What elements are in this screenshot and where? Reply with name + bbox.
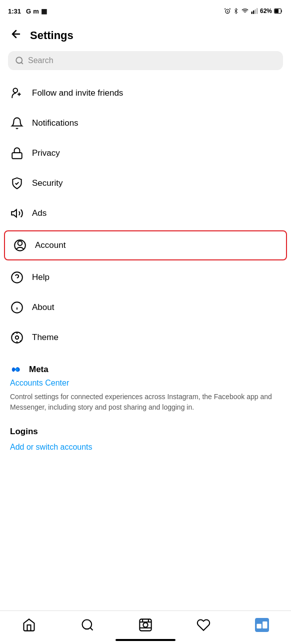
svg-point-7 <box>16 57 22 63</box>
alarm-icon <box>224 8 231 15</box>
meta-logo: Meta <box>10 365 281 375</box>
ads-label: Ads <box>32 208 46 218</box>
wifi-icon <box>241 8 249 15</box>
svg-point-21 <box>16 336 19 340</box>
home-indicator <box>116 639 176 641</box>
svg-rect-27 <box>140 619 151 630</box>
svg-point-8 <box>13 88 18 93</box>
security-icon <box>10 176 24 190</box>
meta-section: Meta Accounts Center Control settings fo… <box>0 357 291 427</box>
profile-nav-icon <box>255 618 269 632</box>
svg-rect-11 <box>12 153 22 159</box>
header: Settings <box>0 22 291 51</box>
add-switch-link[interactable]: Add or switch accounts <box>10 443 281 452</box>
theme-label: Theme <box>32 333 58 343</box>
help-icon <box>10 270 24 284</box>
time: 1:31 <box>8 8 21 15</box>
follow-icon <box>10 86 24 100</box>
help-label: Help <box>32 272 50 282</box>
nav-activity[interactable] <box>190 616 216 634</box>
svg-rect-4 <box>256 8 258 14</box>
bell-icon <box>10 116 24 130</box>
logins-section: Logins Add or switch accounts <box>0 427 291 452</box>
menu-item-help[interactable]: Help <box>0 262 291 292</box>
search-placeholder: Search <box>28 56 54 65</box>
svg-rect-3 <box>255 10 256 14</box>
status-right: 62% <box>224 8 283 15</box>
home-icon <box>22 618 36 632</box>
google-icon: G <box>26 8 31 15</box>
meta-text: Meta <box>29 365 48 375</box>
nav-reels[interactable] <box>132 616 158 634</box>
account-label: Account <box>35 240 66 250</box>
menu-item-account[interactable]: Account <box>4 230 287 260</box>
svg-point-28 <box>143 622 148 627</box>
svg-rect-34 <box>256 624 261 628</box>
account-icon <box>13 238 27 252</box>
gmail-icon: m <box>33 8 39 15</box>
menu-item-ads[interactable]: Ads <box>0 198 291 228</box>
nav-search[interactable] <box>74 616 100 634</box>
battery-icon <box>274 8 283 14</box>
search-nav-icon <box>80 618 94 632</box>
theme-icon <box>10 331 24 345</box>
search-bar[interactable]: Search <box>8 51 283 70</box>
signal-icon <box>251 8 258 15</box>
meta-description: Control settings for connected experienc… <box>10 392 281 413</box>
menu-item-privacy[interactable]: Privacy <box>0 138 291 168</box>
search-icon <box>15 56 24 65</box>
svg-rect-1 <box>252 12 252 14</box>
accounts-center-link[interactable]: Accounts Center <box>10 379 281 388</box>
nav-home[interactable] <box>16 616 42 634</box>
nav-profile[interactable] <box>249 616 275 634</box>
bluetooth-icon <box>233 8 239 15</box>
ads-icon <box>10 206 24 220</box>
search-container: Search <box>8 51 283 70</box>
privacy-icon <box>10 146 24 160</box>
menu-item-about[interactable]: About <box>0 292 291 323</box>
follow-label: Follow and invite friends <box>32 88 123 98</box>
about-label: About <box>32 302 54 312</box>
logins-title: Logins <box>10 427 281 437</box>
menu-item-follow[interactable]: Follow and invite friends <box>0 78 291 108</box>
calendar-icon: ▦ <box>41 8 47 15</box>
status-bar: 1:31 G m ▦ 62% <box>0 0 291 22</box>
about-icon <box>10 300 24 314</box>
menu-item-theme[interactable]: Theme <box>0 323 291 353</box>
status-left: 1:31 G m ▦ <box>8 8 47 15</box>
svg-rect-35 <box>262 621 267 628</box>
svg-point-26 <box>82 620 92 629</box>
battery-percent: 62% <box>260 8 272 15</box>
heart-icon <box>196 618 210 632</box>
page-title: Settings <box>30 29 74 42</box>
back-button[interactable] <box>8 26 24 45</box>
svg-marker-12 <box>12 209 16 217</box>
menu-item-security[interactable]: Security <box>0 168 291 198</box>
svg-point-15 <box>12 272 22 283</box>
security-label: Security <box>32 178 62 188</box>
reels-icon <box>138 618 152 632</box>
svg-rect-2 <box>253 11 254 14</box>
svg-rect-6 <box>275 9 279 13</box>
home-indicator-container <box>0 636 291 641</box>
menu-list: Follow and invite friends Notifications … <box>0 74 291 357</box>
privacy-label: Privacy <box>32 148 60 158</box>
notifications-label: Notifications <box>32 118 78 128</box>
meta-logo-icon <box>10 365 26 375</box>
menu-item-notifications[interactable]: Notifications <box>0 108 291 138</box>
svg-point-13 <box>18 241 22 245</box>
